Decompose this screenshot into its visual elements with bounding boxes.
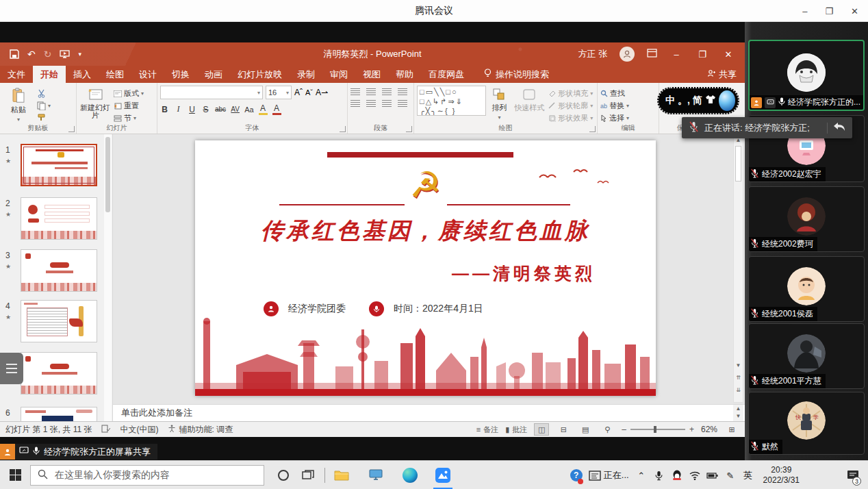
ime-search-ball-icon[interactable] bbox=[719, 90, 735, 111]
minimize-icon[interactable]: – bbox=[802, 6, 807, 16]
bullets-icon[interactable] bbox=[350, 88, 360, 95]
share-button[interactable]: 共享 bbox=[707, 66, 737, 83]
battery-icon[interactable] bbox=[704, 461, 721, 489]
wifi-icon[interactable] bbox=[687, 461, 703, 489]
spellcheck-icon[interactable] bbox=[101, 425, 110, 435]
text-highlight-button[interactable]: A bbox=[259, 103, 268, 115]
paste-button[interactable]: 粘贴▾ bbox=[3, 86, 34, 123]
font-dialog-launcher[interactable] bbox=[340, 126, 346, 132]
collapsed-toolbar-handle[interactable] bbox=[0, 353, 23, 384]
clear-formatting-icon[interactable]: A⇀ bbox=[316, 88, 328, 97]
tab-draw[interactable]: 绘图 bbox=[99, 66, 131, 83]
taskbar-clock[interactable]: 20:39 2022/3/31 bbox=[758, 465, 805, 486]
tab-design[interactable]: 设计 bbox=[131, 66, 164, 83]
ime-mode-text[interactable]: 中 。, 简 bbox=[665, 95, 702, 107]
input-language-indicator[interactable]: 英 bbox=[740, 461, 756, 489]
hidden-icons-chevron[interactable]: ⌃ bbox=[633, 461, 650, 489]
copy-icon[interactable]: ▾ bbox=[37, 101, 51, 111]
tell-me-search[interactable]: 操作说明搜索 bbox=[484, 66, 549, 83]
ime-skin-icon[interactable] bbox=[705, 95, 716, 107]
tab-insert[interactable]: 插入 bbox=[66, 66, 99, 83]
notification-center-icon[interactable]: 3 bbox=[845, 461, 861, 489]
select-button[interactable]: 选择▾ bbox=[600, 113, 629, 123]
cortana-icon[interactable] bbox=[271, 461, 296, 489]
font-size-combo[interactable]: 16▾ bbox=[266, 86, 292, 99]
tab-baidu-netdisk[interactable]: 百度网盘 bbox=[421, 66, 472, 83]
participant-tile[interactable]: 经统2001侯磊 bbox=[748, 256, 865, 322]
change-case-button[interactable]: Aa bbox=[244, 105, 253, 114]
slide-thumbnail-4[interactable] bbox=[21, 300, 97, 342]
tab-transitions[interactable]: 切换 bbox=[164, 66, 197, 83]
replace-button[interactable]: ab替换▾ bbox=[600, 101, 629, 111]
underline-button[interactable]: U bbox=[188, 105, 196, 114]
slide-thumbnail-3[interactable] bbox=[21, 249, 97, 292]
clipboard-dialog-launcher[interactable] bbox=[68, 126, 75, 132]
shape-outline-button[interactable]: 形状轮廓▾ bbox=[548, 101, 594, 111]
notes-pane[interactable]: 单击此处添加备注 ▲▼ bbox=[113, 404, 745, 421]
numbering-icon[interactable] bbox=[366, 88, 376, 95]
italic-button[interactable]: I bbox=[174, 104, 183, 114]
tab-animations[interactable]: 动画 bbox=[197, 66, 230, 83]
layout-button[interactable]: 版式▾ bbox=[114, 88, 144, 99]
notes-scrollbar[interactable]: ▲▼ bbox=[733, 405, 743, 422]
justify-icon[interactable] bbox=[398, 100, 407, 107]
editor-scrollbar[interactable]: ▲ ▼ ⇈ ⇊ bbox=[733, 136, 743, 403]
my-computer-icon[interactable] bbox=[363, 461, 388, 489]
ppt-close-icon[interactable]: ✕ bbox=[722, 49, 735, 60]
qq-icon[interactable] bbox=[669, 461, 685, 489]
slideshow-view-button[interactable]: ⚲ bbox=[600, 423, 615, 436]
shape-fill-button[interactable]: 形状填充▾ bbox=[548, 88, 594, 99]
maximize-icon[interactable]: ❐ bbox=[825, 6, 833, 16]
previous-slide-button[interactable]: ⇈ bbox=[734, 375, 743, 381]
align-right-icon[interactable] bbox=[382, 100, 392, 107]
account-name[interactable]: 方正 张 bbox=[578, 48, 607, 60]
ppt-minimize-icon[interactable]: – bbox=[669, 49, 683, 60]
reply-arrow-icon[interactable] bbox=[833, 122, 845, 134]
file-explorer-icon[interactable] bbox=[329, 461, 354, 489]
arrange-button[interactable]: 排列▾ bbox=[489, 86, 511, 123]
font-color-button[interactable]: A bbox=[272, 103, 281, 115]
tab-help[interactable]: 帮助 bbox=[388, 66, 421, 83]
slide-thumbnail-1[interactable] bbox=[21, 144, 97, 186]
zoom-slider[interactable]: – + bbox=[622, 425, 694, 434]
cut-icon[interactable] bbox=[37, 88, 51, 99]
meeting-window-button[interactable]: 正在... bbox=[586, 469, 632, 481]
language-status[interactable]: 中文(中国) bbox=[120, 424, 158, 436]
font-name-combo[interactable]: ▾ bbox=[160, 86, 263, 99]
align-left-icon[interactable] bbox=[350, 100, 360, 107]
notes-toggle-button[interactable]: ≡备注 bbox=[476, 423, 498, 436]
pen-icon[interactable]: ✎ bbox=[722, 461, 739, 489]
normal-view-button[interactable]: ◫ bbox=[534, 423, 549, 436]
help-tray-icon[interactable]: ? bbox=[568, 461, 585, 489]
accessibility-status[interactable]: 辅助功能: 调查 bbox=[176, 424, 233, 436]
strike-abc-button[interactable]: abc bbox=[215, 105, 226, 113]
account-avatar[interactable] bbox=[620, 47, 635, 62]
align-center-icon[interactable] bbox=[366, 100, 376, 107]
zoom-out-icon[interactable]: – bbox=[622, 425, 626, 434]
slide-thumbnail-5[interactable] bbox=[21, 352, 97, 394]
increase-indent-icon[interactable] bbox=[398, 88, 407, 95]
slide-thumbnail-2[interactable] bbox=[21, 197, 97, 240]
reset-button[interactable]: 重置 bbox=[114, 101, 144, 111]
participant-tile[interactable]: 经统2002费珂 bbox=[748, 186, 865, 252]
character-spacing-button[interactable]: AV bbox=[231, 105, 240, 113]
decrease-indent-icon[interactable] bbox=[382, 88, 392, 95]
participant-tile[interactable]: 经统2001平方慧 bbox=[748, 323, 865, 389]
ppt-restore-icon[interactable]: ❐ bbox=[695, 49, 709, 60]
ribbon-display-options-icon[interactable] bbox=[647, 48, 657, 60]
fit-slide-to-window-button[interactable]: ⊞ bbox=[724, 423, 739, 436]
slide-thumbnail-6[interactable] bbox=[21, 407, 97, 421]
bold-button[interactable]: B bbox=[160, 105, 169, 114]
quick-styles-button[interactable]: 快速样式 bbox=[513, 86, 546, 123]
slide-canvas[interactable]: ☭ 传承红色基因，赓续红色血脉 ——清明祭英烈 经济学院团委 时间：2022年4… bbox=[195, 140, 656, 396]
drawing-dialog-launcher[interactable] bbox=[589, 126, 596, 132]
grow-font-icon[interactable]: Aˆ bbox=[294, 88, 303, 97]
format-painter-icon[interactable] bbox=[37, 112, 51, 123]
tencent-meeting-icon[interactable] bbox=[431, 461, 455, 489]
zoom-in-icon[interactable]: + bbox=[689, 425, 694, 434]
edge-browser-icon[interactable] bbox=[398, 461, 422, 489]
reading-view-button[interactable]: ▤ bbox=[578, 423, 593, 436]
next-slide-button[interactable]: ⇊ bbox=[734, 387, 743, 393]
tab-file[interactable]: 文件 bbox=[0, 66, 33, 83]
strikethrough-button[interactable]: S bbox=[201, 105, 210, 114]
